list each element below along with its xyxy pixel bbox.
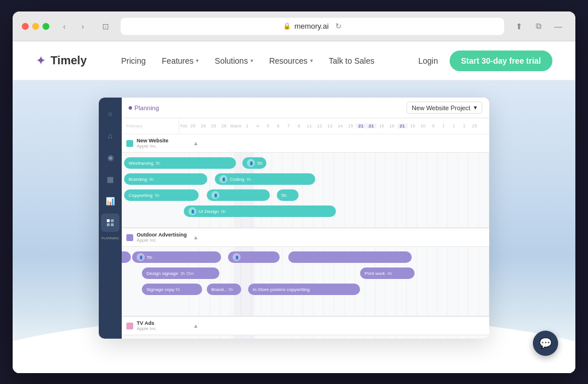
sidebar-icon-planning[interactable] [101,214,119,232]
website-content: ✦ Timely Pricing Features ▾ Solutions ▾ … [13,41,575,373]
gantt-section-tvads: TV Ads Apple Inc. ▲ [122,317,489,339]
highlight-col-3 [234,335,254,339]
minimize-button[interactable] [32,23,39,30]
gantt-bars-tvads: 👤 programming 👤 Brand de [122,335,489,339]
fullscreen-button[interactable] [42,23,49,30]
section-color-tvads [126,323,133,329]
gantt-rows: New Website Apple Inc. ▲ Wirefra [122,134,489,339]
bar-branding[interactable]: Branding 6h [124,173,207,185]
app-header: Planning New Website Project ▾ [122,98,489,118]
cta-button[interactable]: Start 30-day free trial [450,51,552,71]
nav-links: Pricing Features ▾ Solutions ▾ Resources… [121,56,395,65]
sidebar-icon-reports[interactable]: 📊 [101,192,119,210]
avatar-copy2: 👤 [211,191,219,199]
date-header-row: February Feb 25 26 25 26 [122,118,489,134]
nav-link-solutions[interactable]: Solutions ▾ [215,56,253,65]
bar-brand[interactable]: Brand... 5h [207,284,241,295]
bar-design-signage[interactable]: Design signage 3h 15m [142,267,219,279]
back-button[interactable]: ‹ [56,18,72,34]
bar-signage-copy[interactable]: Signage copy 5h [142,284,202,295]
bar-outdoor-1[interactable]: 👤 5h [132,251,221,263]
nav-link-talk-to-sales[interactable]: Talk to Sales [329,56,374,65]
chat-icon: 💬 [539,337,552,350]
bar-outdoor-edge[interactable] [122,251,131,263]
section-info-outdoor: Outdoor Advertising Apple Inc. [137,232,187,243]
avatar-outdoor-1: 👤 [137,253,145,261]
planning-dot [129,106,132,110]
avatar-ui-design: 👤 [188,207,196,215]
address-bar[interactable]: 🔒 memory.ai ↻ [121,18,504,35]
project-selector[interactable]: New Website Project ▾ [407,102,482,114]
nav-buttons: ‹ › [56,18,91,34]
login-link[interactable]: Login [418,56,438,65]
bar-instore-copy[interactable]: In-Store posters copywriting [248,284,360,295]
section-header-tvads: TV Ads Apple Inc. ▲ [122,317,489,335]
bar-ui-design[interactable]: 👤 UI Design 6h [184,205,336,217]
toolbar-actions: ⬆ ⧉ — [511,18,566,34]
sidebar-planning-label: PLANNING [102,236,119,240]
bar-outdoor-3[interactable] [288,251,412,263]
app-main: Planning New Website Project ▾ February [122,98,489,339]
date-header-label: February [122,118,179,134]
svg-rect-2 [107,223,110,226]
section-expand-tvads[interactable]: ▲ [193,323,199,329]
app-window: ○ ⌂ ◉ ▦ 📊 PLANNING [99,98,489,339]
app-sidebar: ○ ⌂ ◉ ▦ 📊 PLANNING [99,98,122,339]
nav-link-resources[interactable]: Resources ▾ [269,56,313,65]
lock-icon: 🔒 [283,22,291,30]
svg-rect-0 [107,219,110,222]
tab-icon: ⊡ [98,18,114,34]
logo-text: Timely [51,54,87,67]
features-chevron-icon: ▾ [196,57,199,64]
more-button[interactable]: — [550,18,566,34]
sidebar-icon-people[interactable]: ◉ [101,148,119,166]
planning-section-label: Planning [129,104,159,111]
section-expand-outdoor[interactable]: ▲ [193,234,199,241]
bar-wireframing[interactable]: Wireframing 5h [124,157,236,169]
tab-view-button[interactable]: ⧉ [531,18,547,34]
bar-wireframing-2[interactable]: 👤 5h [242,157,266,169]
sidebar-icon-projects[interactable]: ▦ [101,170,119,188]
url-text: memory.ai [295,22,329,30]
nav-actions: Login Start 30-day free trial [418,51,552,71]
hero-area: ○ ⌂ ◉ ▦ 📊 PLANNING [13,80,575,373]
avatar-wireframing: 👤 [247,159,255,167]
section-info-tvads: TV Ads Apple Inc. [137,320,187,331]
gantt-section-new-website: New Website Apple Inc. ▲ Wirefra [122,134,489,228]
nav-link-features[interactable]: Features ▾ [162,56,199,65]
svg-rect-3 [111,223,114,226]
gantt-bars-new-website: Wireframing 5h 👤 5h Bran [122,153,489,227]
bar-copywriting[interactable]: Copywriting 5h [124,189,199,201]
gantt-bars-outdoor: 👤 5h 👤 [122,247,489,316]
solutions-chevron-icon: ▾ [250,57,253,64]
section-info-new-website: New Website Apple Inc. [137,138,187,149]
bar-print-work[interactable]: Print work 4h [360,267,415,279]
reload-icon[interactable]: ↻ [335,22,342,30]
avatar-coding: 👤 [219,175,227,183]
share-button[interactable]: ⬆ [511,18,527,34]
bar-outdoor-2[interactable]: 👤 [228,251,280,263]
forward-button[interactable]: › [75,18,91,34]
svg-rect-1 [111,219,114,222]
logo-icon: ✦ [36,53,46,68]
section-expand-new-website[interactable]: ▲ [193,140,199,146]
gantt-section-outdoor: Outdoor Advertising Apple Inc. ▲ [122,228,489,317]
section-header-new-website: New Website Apple Inc. ▲ [122,134,489,153]
sidebar-icon-overview[interactable]: ○ [101,104,119,123]
sidebar-icon-home[interactable]: ⌂ [101,126,119,145]
browser-window: ‹ › ⊡ 🔒 memory.ai ↻ ⬆ ⧉ — ✦ Timely Prici… [13,11,575,373]
chat-button[interactable]: 💬 [533,331,558,356]
close-button[interactable] [22,23,29,30]
bar-copywriting-3[interactable]: 5h [277,189,299,201]
nav-link-pricing[interactable]: Pricing [121,56,146,65]
section-header-outdoor: Outdoor Advertising Apple Inc. ▲ [122,228,489,247]
section-color-outdoor [126,234,133,241]
date-cells: Feb 25 26 25 26 March 1 [179,118,480,134]
bar-copywriting-2[interactable]: 👤 [207,189,270,201]
traffic-lights [22,23,49,30]
resources-chevron-icon: ▾ [310,57,313,64]
gantt-container: February Feb 25 26 25 26 [122,118,489,339]
logo[interactable]: ✦ Timely [36,53,87,68]
bar-coding[interactable]: 👤 Coding 4h [215,173,315,185]
section-color-new-website [126,140,133,147]
